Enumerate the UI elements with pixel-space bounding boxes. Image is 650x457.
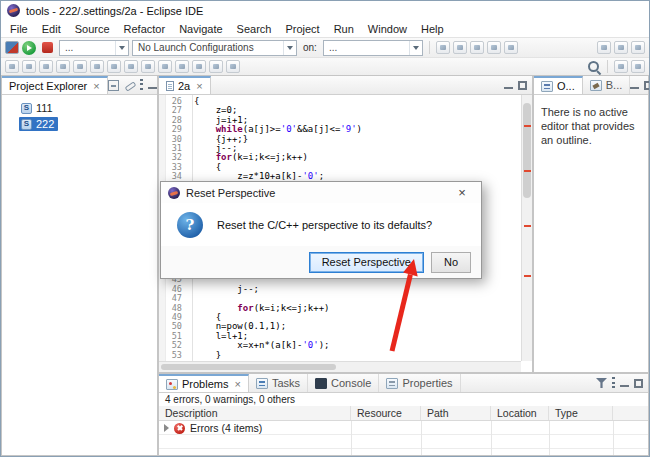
dialog-message: Reset the C/C++ perspective to its defau…	[217, 219, 432, 231]
view-menu-icon[interactable]	[140, 79, 143, 91]
resume-icon[interactable]	[158, 60, 172, 73]
expander-icon[interactable]	[164, 424, 169, 432]
column-header-resource[interactable]: Resource	[351, 406, 421, 420]
menu-item-edit[interactable]: Edit	[35, 22, 68, 36]
launch-bar-icon[interactable]	[5, 41, 19, 54]
build-all-icon[interactable]	[487, 41, 501, 54]
menu-item-source[interactable]: Source	[68, 22, 117, 36]
close-icon[interactable]	[196, 81, 202, 92]
back-icon[interactable]	[175, 60, 189, 73]
build-icon[interactable]	[73, 60, 87, 73]
main-toolbar	[1, 57, 649, 75]
run-icon[interactable]	[22, 41, 36, 55]
maximize-icon[interactable]	[634, 379, 643, 388]
table-row[interactable]: Errors (4 items)	[159, 421, 648, 435]
view-menu-icon[interactable]	[612, 377, 615, 389]
save-icon[interactable]	[39, 60, 53, 73]
filter-icon[interactable]	[596, 378, 607, 388]
chevron-down-icon[interactable]	[283, 41, 296, 55]
profile-icon[interactable]	[124, 60, 138, 73]
horizontal-scrollbar[interactable]	[159, 361, 521, 372]
tab-problems[interactable]: Problems	[159, 374, 249, 392]
maximize-icon[interactable]	[644, 81, 650, 90]
next-annotation-icon[interactable]	[226, 60, 240, 73]
menu-item-refactor[interactable]: Refactor	[117, 22, 173, 36]
minimize-icon[interactable]	[148, 81, 157, 89]
save-icon[interactable]	[453, 41, 467, 54]
forward-icon[interactable]	[192, 60, 206, 73]
show-annotations-icon[interactable]	[614, 41, 628, 54]
close-icon[interactable]	[234, 379, 240, 390]
menu-item-navigate[interactable]: Navigate	[172, 22, 229, 36]
dialog-titlebar[interactable]: Reset Perspective	[161, 182, 481, 203]
error-marker[interactable]	[524, 170, 531, 172]
titlebar[interactable]: tools - 222/.settings/2a - Eclipse IDE	[1, 1, 649, 20]
error-marker[interactable]	[524, 275, 531, 277]
problems-header: DescriptionResourcePathLocationType	[159, 406, 648, 421]
restore-view-icon[interactable]	[631, 41, 645, 54]
debug-icon[interactable]	[90, 60, 104, 73]
error-marker[interactable]	[524, 125, 531, 127]
outline-tabs: O...B...	[534, 76, 630, 94]
tab-console[interactable]: Console	[308, 374, 379, 392]
collapse-all-icon[interactable]	[108, 80, 119, 91]
link-with-editor-icon[interactable]	[124, 80, 135, 91]
minimize-icon[interactable]	[630, 81, 639, 89]
error-icon	[174, 423, 185, 434]
new-cpp-file-icon[interactable]	[5, 60, 19, 73]
external-tools-icon[interactable]	[504, 41, 518, 54]
dialog-close-icon[interactable]	[450, 182, 474, 203]
horizontal-scrollbar-thumb[interactable]	[161, 364, 336, 370]
stop-icon[interactable]	[42, 42, 53, 53]
column-header-location[interactable]: Location	[491, 406, 549, 420]
minimize-icon[interactable]	[504, 81, 513, 89]
menu-item-project[interactable]: Project	[278, 22, 326, 36]
menu-item-file[interactable]: File	[3, 22, 35, 36]
chevron-down-icon[interactable]	[409, 41, 422, 55]
last-edit-location-icon[interactable]	[209, 60, 223, 73]
menu-item-help[interactable]: Help	[414, 22, 451, 36]
new-folder-icon[interactable]	[22, 60, 36, 73]
pin-editor-icon[interactable]	[597, 41, 611, 54]
menu-item-window[interactable]: Window	[361, 22, 414, 36]
launch-mode-value: ...	[65, 42, 73, 53]
tab-tasks[interactable]: Tasks	[249, 374, 308, 392]
launch-mode-combo[interactable]: ...	[59, 40, 129, 56]
vertical-scrollbar-thumb[interactable]	[523, 103, 531, 198]
error-marker[interactable]	[524, 225, 531, 227]
open-perspective-icon[interactable]	[614, 60, 628, 73]
reset-perspective-button[interactable]: Reset Perspective	[309, 252, 424, 273]
save-all-icon[interactable]	[470, 41, 484, 54]
search-icon[interactable]	[587, 60, 601, 74]
chevron-down-icon[interactable]	[115, 41, 128, 55]
tab-properties[interactable]: Properties	[379, 374, 460, 392]
no-button[interactable]: No	[431, 252, 471, 273]
menu-item-search[interactable]: Search	[230, 22, 279, 36]
launch-target-combo[interactable]: ...	[323, 40, 423, 56]
dialog-buttons: Reset Perspective No	[161, 246, 481, 278]
tree-item-111[interactable]: 111	[2, 100, 157, 116]
column-header-path[interactable]: Path	[421, 406, 491, 420]
vertical-scrollbar[interactable]	[521, 95, 532, 361]
tab-o[interactable]: O...	[534, 76, 583, 94]
tasks-icon	[256, 378, 268, 389]
code-line: 46 j--;	[166, 285, 521, 294]
save-all-icon[interactable]	[56, 60, 70, 73]
step-icon[interactable]	[141, 60, 155, 73]
toolbar-row2-icons	[5, 60, 240, 73]
tab-project-explorer[interactable]: Project Explorer	[2, 76, 108, 94]
column-header-description[interactable]: Description	[159, 406, 351, 420]
new-wizard-icon[interactable]	[436, 41, 450, 54]
close-icon[interactable]	[93, 81, 99, 92]
cpp-perspective-icon[interactable]	[631, 60, 645, 73]
run-icon[interactable]	[107, 60, 121, 73]
dialog-body: Reset the C/C++ perspective to its defau…	[161, 203, 481, 246]
launch-config-combo[interactable]: No Launch Configurations	[132, 40, 297, 56]
tab-b[interactable]: B...	[583, 76, 631, 94]
tree-item-222[interactable]: 222	[2, 116, 157, 132]
column-header-type[interactable]: Type	[549, 406, 613, 420]
minimize-icon[interactable]	[620, 379, 629, 387]
maximize-icon[interactable]	[518, 81, 527, 90]
menu-item-run[interactable]: Run	[327, 22, 361, 36]
tab-editor-2a[interactable]: 2a	[159, 76, 211, 94]
